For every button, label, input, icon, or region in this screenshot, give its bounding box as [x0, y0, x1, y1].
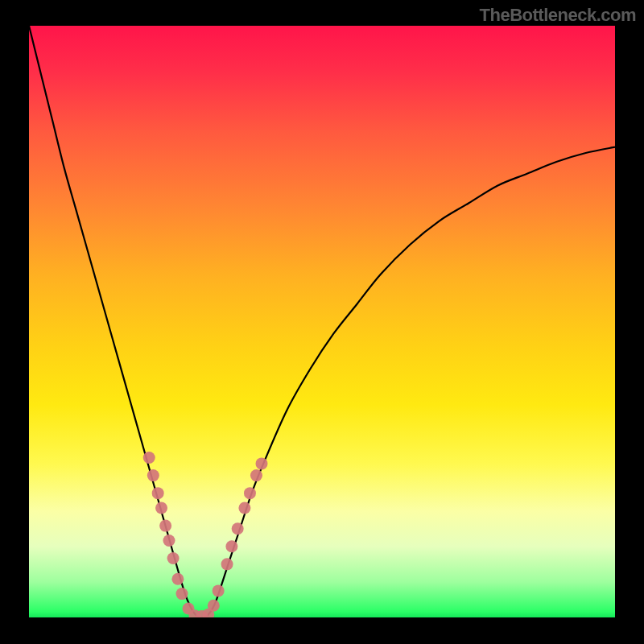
- curve-marker: [171, 573, 184, 585]
- watermark-label: TheBottleneck.com: [480, 5, 636, 26]
- curve-marker: [143, 452, 155, 464]
- curve-marker: [167, 552, 180, 564]
- curve-marker: [213, 584, 225, 597]
- curve-marker: [244, 487, 256, 499]
- curve-marker: [163, 535, 175, 547]
- curve-marker: [256, 457, 268, 469]
- curve-marker: [225, 540, 237, 552]
- curve-marker: [155, 502, 167, 514]
- curve-marker: [238, 502, 250, 514]
- marker-group: [143, 452, 268, 617]
- chart-container: TheBottleneck.com: [0, 0, 644, 644]
- curve-path: [29, 26, 615, 617]
- curve-marker: [208, 600, 220, 612]
- curve-marker: [159, 520, 171, 532]
- curve-marker: [152, 487, 164, 499]
- bottleneck-curve-svg: [29, 26, 615, 617]
- curve-marker: [221, 558, 233, 570]
- curve-marker: [250, 469, 262, 481]
- curve-marker: [232, 522, 244, 535]
- curve-marker: [176, 588, 188, 600]
- curve-marker: [147, 469, 159, 481]
